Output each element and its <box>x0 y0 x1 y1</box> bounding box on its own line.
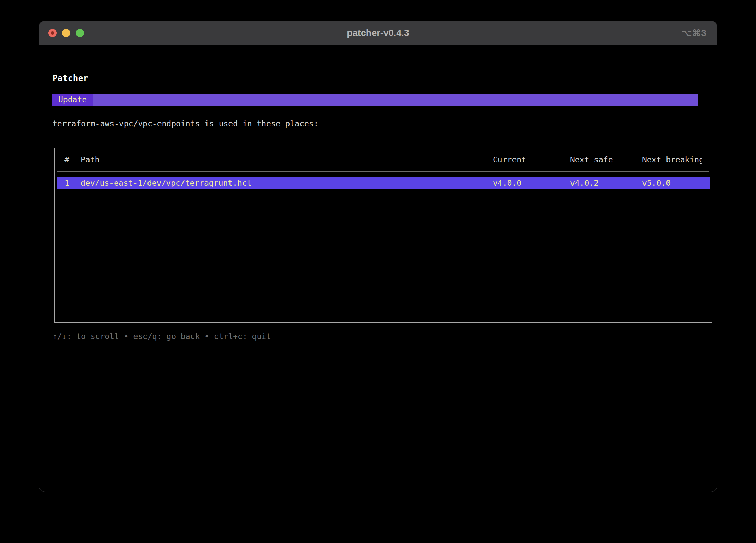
tab-bar: Update <box>52 94 698 106</box>
column-header-next-breaking: Next breaking <box>642 155 702 164</box>
keybinding-help: ↑/↓: to scroll • esc/q: go back • ctrl+c… <box>52 332 705 341</box>
tab-update[interactable]: Update <box>52 94 93 106</box>
zoom-button[interactable] <box>76 29 84 37</box>
app-heading: Patcher <box>52 73 705 83</box>
header-separator <box>57 171 709 172</box>
row-current-version: v4.0.0 <box>493 178 570 187</box>
column-header-current: Current <box>493 155 570 164</box>
close-button[interactable] <box>48 29 57 37</box>
table-header-row: # Path Current Next safe Next breaking <box>55 148 712 171</box>
usage-table: # Path Current Next safe Next breaking 1… <box>54 148 712 323</box>
row-num: 1 <box>64 178 81 187</box>
terminal-content: Patcher Update terraform-aws-vpc/vpc-end… <box>39 45 717 341</box>
minimize-button[interactable] <box>62 29 70 37</box>
window-title: patcher-v0.4.3 <box>347 28 409 38</box>
traffic-lights <box>48 21 84 45</box>
terminal-window: patcher-v0.4.3 ⌥⌘3 Patcher Update terraf… <box>39 21 717 492</box>
table-row-selected[interactable]: 1 dev/us-east-1/dev/vpc/terragrunt.hcl v… <box>57 177 710 189</box>
column-header-path: Path <box>81 155 493 164</box>
column-header-num: # <box>64 155 81 164</box>
row-path: dev/us-east-1/dev/vpc/terragrunt.hcl <box>81 178 493 187</box>
usage-description: terraform-aws-vpc/vpc-endpoints is used … <box>52 119 705 128</box>
window-shortcut-badge: ⌥⌘3 <box>682 28 707 38</box>
tab-bar-filler <box>93 94 698 106</box>
titlebar[interactable]: patcher-v0.4.3 ⌥⌘3 <box>39 21 717 45</box>
column-header-next-safe: Next safe <box>570 155 642 164</box>
row-next-safe-version: v4.0.2 <box>570 178 642 187</box>
row-next-breaking-version: v5.0.0 <box>642 178 702 187</box>
